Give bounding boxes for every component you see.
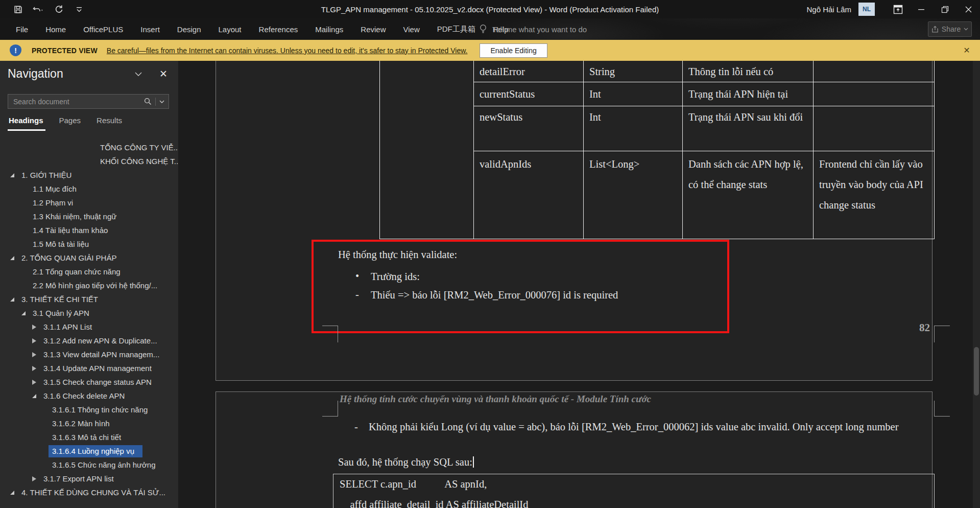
scrollbar-thumb[interactable] <box>974 347 979 396</box>
table-cell[interactable]: Int <box>589 107 601 127</box>
table-cell[interactable]: String <box>589 61 615 82</box>
nav-tree-item[interactable]: 3.1.3 View detail APN managem... <box>0 348 178 361</box>
dash-text[interactable]: Thiếu => báo lỗi [RM2_Web_Error_000076] … <box>371 287 618 303</box>
redo-button[interactable] <box>50 2 67 17</box>
navigation-tab[interactable]: Pages <box>59 116 81 131</box>
nav-tree-item[interactable]: KHỐI CÔNG NGHỆ T... <box>0 154 178 168</box>
close-button[interactable] <box>957 0 980 18</box>
ribbon-tab[interactable]: Review <box>352 18 394 40</box>
tree-expand-arrow-icon[interactable] <box>10 173 21 177</box>
tree-expand-arrow-icon[interactable] <box>10 491 21 495</box>
tree-expand-arrow-icon[interactable] <box>32 394 43 398</box>
ribbon-display-options-button[interactable] <box>886 0 910 18</box>
navigation-collapse-chevron-icon[interactable] <box>130 68 147 80</box>
nav-tree-item[interactable]: 1.5 Mô tả tài liệu <box>0 237 178 251</box>
nav-tree-item[interactable]: 1.2 Phạm vi <box>0 196 178 210</box>
table-cell[interactable]: Trạng thái APN sau khi đổi <box>688 107 807 127</box>
tree-expand-arrow-icon[interactable] <box>10 297 21 302</box>
table-cell[interactable]: Trạng thái APN hiện tại <box>688 84 811 104</box>
sql-intro-label: Sau đó, hệ thống chạy SQL sau: <box>338 456 472 468</box>
ribbon-tab[interactable]: PDF工具箱 <box>428 18 484 40</box>
ribbon-tab[interactable]: Mailings <box>306 18 352 40</box>
nav-tree-item[interactable]: 1. GIỚI THIỆU <box>0 168 178 182</box>
ribbon-tab[interactable]: Layout <box>210 18 250 40</box>
search-options-chevron-icon[interactable] <box>159 100 164 103</box>
nav-tree-item[interactable]: 3.1.7 Export APN list <box>0 472 178 486</box>
save-icon[interactable] <box>9 2 27 17</box>
nav-tree-item[interactable]: 3.1.5 Check change status APN <box>0 375 178 389</box>
nav-tree-item[interactable]: 3.1.6.1 Thông tin chức năng <box>0 403 178 417</box>
text-cursor <box>473 456 474 468</box>
nav-tree-item[interactable]: 1.3 Khái niệm, thuật ngữ <box>0 210 178 223</box>
ribbon-tab[interactable]: References <box>250 18 307 40</box>
account-avatar[interactable]: NL <box>858 3 875 16</box>
customize-qat-button[interactable] <box>70 2 88 17</box>
nav-tree-item[interactable]: 3.1.6.2 Màn hình <box>0 417 178 430</box>
restore-button[interactable] <box>933 0 957 18</box>
nav-tree-item[interactable]: 3.1.1 APN List <box>0 320 178 334</box>
undo-button[interactable] <box>30 2 47 17</box>
nav-tree-item[interactable]: 2.2 Mô hình giao tiếp với hệ thống/... <box>0 279 178 292</box>
nav-tree-item[interactable]: 4. THIẾT KẾ DÙNG CHUNG VÀ TÁI SỬ... <box>0 486 178 499</box>
minimize-button[interactable] <box>910 0 933 18</box>
table-cell[interactable]: currentStatus <box>480 84 535 104</box>
tree-expand-arrow-icon[interactable] <box>10 256 21 260</box>
nav-tree-item[interactable]: 3.1.2 Add new APN & Duplicate... <box>0 334 178 348</box>
tree-expand-arrow-icon[interactable] <box>21 311 33 315</box>
ribbon-tab[interactable]: Insert <box>132 18 169 40</box>
nav-tree-item[interactable]: 1.4 Tài liệu tham khảo <box>0 223 178 237</box>
sql-intro-text[interactable]: Sau đó, hệ thống chạy SQL sau: <box>338 456 474 468</box>
table-cell[interactable]: Danh sách các APN hợp lệ, có thể change … <box>688 154 808 195</box>
table-cell[interactable]: detailError <box>480 61 525 82</box>
document-page-2[interactable]: Hệ thống tính cước chuyển vùng và thanh … <box>216 391 933 508</box>
search-divider <box>155 98 156 106</box>
table-cell[interactable]: Frontend chỉ cần lấy vào truyền vào body… <box>819 154 927 215</box>
ribbon-tab[interactable]: Home <box>37 18 75 40</box>
ribbon-tab[interactable]: OfficePLUS <box>75 18 132 40</box>
validation-dash-text[interactable]: Không phải kiểu Long (ví dụ value = abc)… <box>369 417 907 437</box>
document-canvas: detailError String Thông tin lỗi nếu có … <box>178 61 980 508</box>
sql-code-box[interactable]: SELECT c.apn_id AS apnId, affd affiliate… <box>333 474 935 508</box>
nav-tree-item[interactable]: 3.1.6.4 Luồng nghiệp vụ <box>0 444 178 458</box>
tree-expand-arrow-icon[interactable] <box>32 380 43 385</box>
banner-close-icon[interactable]: ✕ <box>958 40 976 61</box>
table-cell[interactable]: newStatus <box>480 107 522 127</box>
nav-tree-item[interactable]: 3. THIẾT KẾ CHI TIẾT <box>0 292 178 306</box>
navigation-close-icon[interactable]: ✕ <box>155 67 172 80</box>
nav-tree-item[interactable]: 1.1 Mục đích <box>0 182 178 196</box>
enable-editing-button[interactable]: Enable Editing <box>480 43 547 58</box>
nav-tree-item[interactable]: 3.1.6.3 Mô tả chi tiết <box>0 430 178 444</box>
search-input[interactable] <box>8 98 144 106</box>
ribbon-tab[interactable]: View <box>394 18 428 40</box>
tree-expand-arrow-icon[interactable] <box>32 476 43 481</box>
navigation-tab-label: Headings <box>9 116 43 125</box>
table-cell[interactable]: Int <box>589 84 601 104</box>
navigation-tab[interactable]: Headings <box>9 116 43 131</box>
tree-expand-arrow-icon[interactable] <box>32 366 43 371</box>
nav-tree-item[interactable]: 3.1.4 Update APN management <box>0 361 178 375</box>
nav-tree-item[interactable]: 3.1.6.5 Chức năng ảnh hưởng <box>0 458 178 472</box>
search-icon[interactable] <box>144 98 152 105</box>
protected-view-message-link[interactable]: Be careful—files from the Internet can c… <box>107 47 468 55</box>
ribbon-tab[interactable]: File <box>7 18 37 40</box>
document-page-1[interactable]: detailError String Thông tin lỗi nếu có … <box>216 61 933 381</box>
tree-expand-arrow-icon[interactable] <box>32 352 43 357</box>
nav-tree-item[interactable]: 3.1 Quản lý APN <box>0 306 178 320</box>
vertical-scrollbar[interactable] <box>973 61 980 508</box>
tell-me-box[interactable]: Tell me what you want to do <box>479 18 587 40</box>
table-cell[interactable]: validApnIds <box>480 154 531 174</box>
nav-tree-item[interactable]: 2.1 Tổng quan chức năng <box>0 265 178 279</box>
nav-tree-item[interactable]: TỔNG CÔNG TY VIỄ... <box>0 141 178 154</box>
navigation-tab[interactable]: Results <box>97 116 122 131</box>
nav-tree-item[interactable]: 2. TỔNG QUAN GIẢI PHÁP <box>0 251 178 265</box>
bullet-text[interactable]: Trường ids: <box>371 269 420 284</box>
table-cell[interactable]: Thông tin lỗi nếu có <box>688 61 811 82</box>
ribbon-tab[interactable]: Design <box>169 18 210 40</box>
share-button[interactable]: Share <box>928 21 972 37</box>
running-header-text[interactable]: Hệ thống tính cước chuyển vùng và thanh … <box>340 394 651 405</box>
tree-expand-arrow-icon[interactable] <box>32 338 43 343</box>
nav-tree-item[interactable]: 3.1.6 Check delete APN <box>0 389 178 403</box>
validate-intro-text[interactable]: Hệ thống thực hiện validate: <box>338 247 457 262</box>
table-cell[interactable]: List<Long> <box>589 154 639 174</box>
tree-expand-arrow-icon[interactable] <box>32 325 43 330</box>
